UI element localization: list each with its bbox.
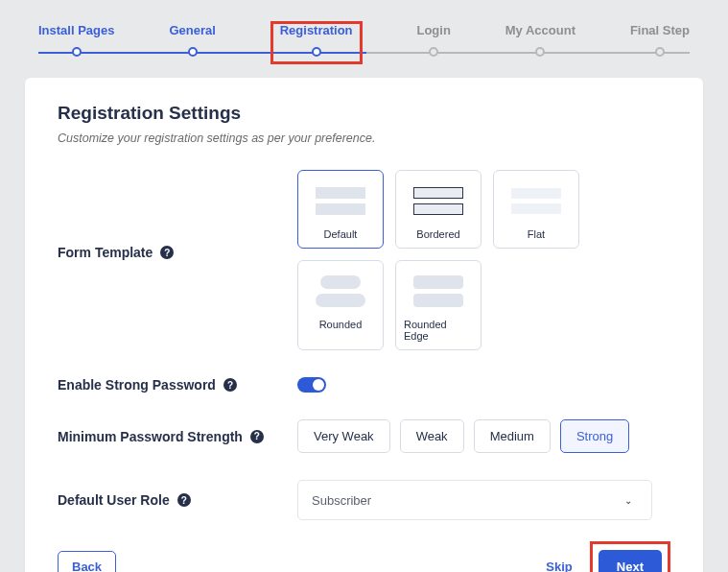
strength-weak[interactable]: Weak bbox=[400, 419, 464, 453]
row-user-role: Default User Role ? Subscriber ⌄ bbox=[58, 480, 670, 520]
steps-container: Install Pages General Registration Login… bbox=[38, 23, 690, 64]
step-dot-icon bbox=[312, 47, 321, 57]
step-registration[interactable]: Registration bbox=[270, 21, 363, 64]
strength-very-weak[interactable]: Very Weak bbox=[297, 419, 390, 453]
next-highlight: Next bbox=[590, 541, 670, 572]
next-button[interactable]: Next bbox=[599, 550, 662, 572]
help-icon[interactable]: ? bbox=[177, 493, 191, 507]
row-min-strength: Minimum Password Strength ? Very Weak We… bbox=[58, 419, 670, 453]
help-icon[interactable]: ? bbox=[223, 378, 237, 392]
step-final[interactable]: Final Step bbox=[630, 23, 690, 64]
footer-right: Skip Next bbox=[546, 541, 670, 572]
row-strong-password: Enable Strong Password ? bbox=[58, 377, 670, 393]
step-dot-icon bbox=[535, 47, 545, 57]
back-button[interactable]: Back bbox=[58, 551, 116, 572]
step-label: My Account bbox=[505, 23, 575, 37]
step-label: Install Pages bbox=[38, 23, 114, 37]
strong-password-toggle[interactable] bbox=[297, 377, 326, 393]
user-role-select[interactable]: Subscriber ⌄ bbox=[297, 480, 652, 520]
step-install-pages[interactable]: Install Pages bbox=[38, 23, 114, 64]
template-flat[interactable]: Flat bbox=[493, 170, 579, 249]
step-general[interactable]: General bbox=[169, 23, 215, 64]
step-my-account[interactable]: My Account bbox=[505, 23, 575, 64]
skip-link[interactable]: Skip bbox=[546, 560, 572, 572]
strength-strong[interactable]: Strong bbox=[560, 419, 629, 453]
step-label: Login bbox=[416, 23, 450, 37]
row-form-template: Form Template ? Default Bordered Flat Ro… bbox=[58, 170, 670, 350]
step-label: Final Step bbox=[630, 23, 690, 37]
step-dot-icon bbox=[188, 47, 198, 57]
page-subtitle: Customize your registration settings as … bbox=[58, 131, 670, 145]
strength-options: Very Weak Weak Medium Strong bbox=[297, 419, 629, 453]
template-default[interactable]: Default bbox=[297, 170, 384, 249]
template-bordered[interactable]: Bordered bbox=[395, 170, 481, 249]
help-icon[interactable]: ? bbox=[250, 430, 264, 443]
step-login[interactable]: Login bbox=[416, 23, 450, 64]
strong-password-label: Enable Strong Password ? bbox=[58, 377, 297, 393]
step-dot-icon bbox=[655, 47, 665, 57]
template-options: Default Bordered Flat Rounded Rounded Ed… bbox=[297, 170, 604, 350]
user-role-label: Default User Role ? bbox=[58, 492, 297, 508]
template-rounded[interactable]: Rounded bbox=[297, 260, 384, 350]
template-rounded-edge[interactable]: Rounded Edge bbox=[395, 260, 481, 350]
min-strength-label: Minimum Password Strength ? bbox=[58, 429, 297, 444]
step-label: Registration bbox=[280, 23, 353, 37]
step-label: General bbox=[169, 23, 215, 37]
settings-card: Registration Settings Customize your reg… bbox=[25, 78, 703, 572]
help-icon[interactable]: ? bbox=[160, 246, 174, 259]
wizard-stepper: Install Pages General Registration Login… bbox=[0, 0, 728, 64]
page-title: Registration Settings bbox=[58, 103, 670, 124]
card-footer: Back Skip Next bbox=[58, 541, 670, 572]
user-role-value: Subscriber bbox=[312, 493, 371, 508]
strength-medium[interactable]: Medium bbox=[474, 419, 551, 453]
step-dot-icon bbox=[429, 47, 438, 57]
form-template-label: Form Template ? bbox=[58, 245, 297, 260]
chevron-down-icon: ⌄ bbox=[619, 490, 638, 510]
step-dot-icon bbox=[72, 47, 82, 57]
